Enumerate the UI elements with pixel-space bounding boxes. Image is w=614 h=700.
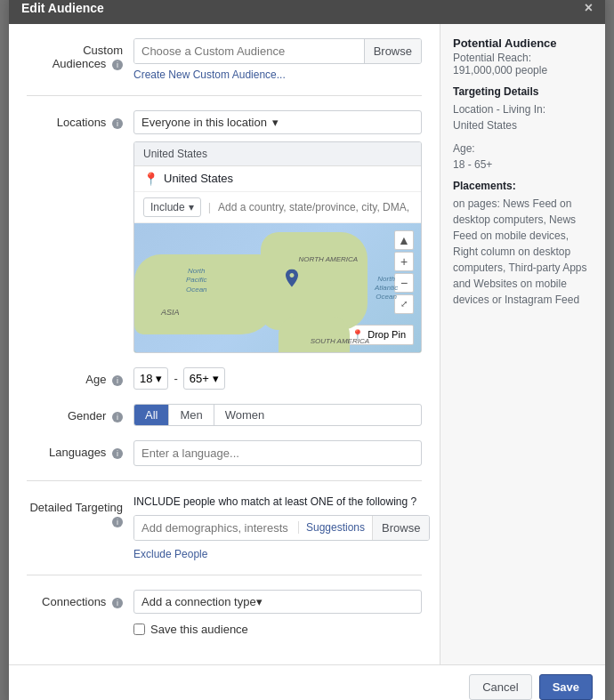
gender-women-button[interactable]: Women [214,405,276,425]
targeting-details-title: Targeting Details [453,85,593,98]
location-dropdown[interactable]: Everyone in this location ▾ [133,110,422,134]
languages-info-icon[interactable]: i [112,448,123,459]
age-max-select[interactable]: 65+ ▾ [183,367,225,390]
save-audience-row: Save this audience [133,623,422,636]
age-min-select[interactable]: 18 ▾ [133,367,168,390]
modal-header: Edit Audience × [9,0,605,24]
map-zoom-in-button[interactable]: ▲ [394,230,414,250]
locations-content: Everyone in this location ▾ United State… [133,110,422,353]
custom-audiences-row: Custom Audiences i Browse Create New Cus… [27,38,422,81]
location-box: United States 📍 United States Include ▾ [133,141,422,353]
modal-left-panel: Custom Audiences i Browse Create New Cus… [9,24,440,664]
divider-3 [27,575,422,575]
location-search-input[interactable] [218,201,412,213]
map-land-america [261,232,368,330]
age-label: Age i [27,367,133,386]
age-label-right: Age: [453,141,593,157]
locations-info-icon[interactable]: i [112,118,123,129]
connections-dropdown[interactable]: Add a connection type ▾ [133,590,422,614]
potential-audience-title: Potential Audience [453,36,593,50]
save-audience-checkbox[interactable] [133,624,145,635]
chevron-down-icon: ▾ [272,116,279,129]
detailed-include-info-icon[interactable]: ? [411,495,417,508]
languages-input[interactable] [133,440,422,466]
map-label-atlantic: NorthAtlanticOcean [375,275,398,302]
connections-content: Add a connection type ▾ Save this audien… [133,590,422,636]
age-info-icon[interactable]: i [112,375,123,386]
include-separator: | [208,200,211,213]
custom-audiences-label: Custom Audiences i [27,38,133,70]
map-land-sa [279,317,350,352]
include-row: Include ▾ | [134,192,421,223]
exclude-people-link[interactable]: Exclude People [133,548,430,560]
detailed-input-row: Suggestions Browse [133,515,430,541]
gender-men-button[interactable]: Men [169,405,214,425]
save-audience-label: Save this audience [150,623,248,636]
connections-row: Connections i Add a connection type ▾ Sa… [27,590,422,636]
detailed-browse-button[interactable]: Browse [372,516,429,540]
close-button[interactable]: × [585,1,593,15]
map-pin-marker [283,269,301,293]
create-custom-audience-link[interactable]: Create New Custom Audience... [133,68,422,81]
map-zoom-out-button[interactable]: + [394,252,414,271]
custom-audience-input-wrapper: Browse [133,38,422,64]
gender-content: All Men Women [133,404,422,426]
map-label-pacific: NorthPacificOcean [186,267,207,294]
custom-audience-input[interactable] [134,39,364,63]
gender-all-button[interactable]: All [134,405,169,425]
age-row: Age i 18 ▾ - 65+ ▾ [27,367,422,390]
detailed-targeting-label: Detailed Targeting i [27,495,133,527]
modal-right-panel: Potential Audience Potential Reach: 191,… [440,24,605,664]
detailed-targeting-info-icon[interactable]: i [112,517,123,527]
languages-content [133,440,422,466]
age-max-caret: ▾ [213,372,219,385]
location-value: United States [453,117,593,133]
age-min-caret: ▾ [156,372,162,385]
suggestions-link[interactable]: Suggestions [298,521,372,534]
location-header: United States [134,142,421,166]
connections-info-icon[interactable]: i [112,598,123,608]
map-label-asia: ASIA [161,308,180,317]
location-name: United States [164,172,233,185]
location-pin-icon: 📍 [143,172,158,186]
detailed-targeting-row: Detailed Targeting i INCLUDE people who … [27,495,422,560]
placements-label: Placements: [453,180,593,192]
map-label-sa: SOUTH AMERICA [311,337,369,345]
locations-row: Locations i Everyone in this location ▾ … [27,110,422,353]
location-label: Location - Living In: [453,101,593,117]
potential-reach: Potential Reach: 191,000,000 people [453,52,593,76]
gender-info-icon[interactable]: i [112,412,123,422]
connections-label: Connections i [27,590,133,608]
detailed-include-text: INCLUDE people who match at least ONE of… [133,495,430,508]
cancel-button[interactable]: Cancel [469,674,531,700]
age-dash: - [174,372,177,385]
placements-value: on pages: News Feed on desktop computers… [453,196,593,308]
save-button[interactable]: Save [539,674,593,700]
languages-row: Languages i [27,440,422,466]
gender-label: Gender i [27,404,133,422]
age-content: 18 ▾ - 65+ ▾ [133,367,422,390]
languages-label: Languages i [27,440,133,459]
gender-button-group: All Men Women [133,404,422,426]
location-item: 📍 United States [134,166,421,192]
custom-audience-browse-button[interactable]: Browse [364,39,421,63]
locations-label: Locations i [27,110,133,129]
map-container: ASIA NorthPacificOcean NorthAtlanticOcea… [134,223,421,352]
detailed-targeting-content: INCLUDE people who match at least ONE of… [133,495,430,560]
modal-footer: Cancel Save [9,664,605,701]
include-button[interactable]: Include ▾ [143,197,201,217]
modal-title: Edit Audience [21,1,104,15]
detailed-targeting-input[interactable] [134,516,298,540]
include-chevron-icon: ▾ [189,201,194,213]
custom-audiences-info-icon[interactable]: i [112,60,123,70]
map-label-na: NORTH AMERICA [299,255,359,263]
age-value-right: 18 - 65+ [453,157,593,173]
custom-audiences-content: Browse Create New Custom Audience... [133,38,422,81]
divider-1 [27,95,422,96]
connections-caret-icon: ▾ [256,595,263,608]
divider-2 [27,480,422,481]
gender-row: Gender i All Men Women [27,404,422,426]
